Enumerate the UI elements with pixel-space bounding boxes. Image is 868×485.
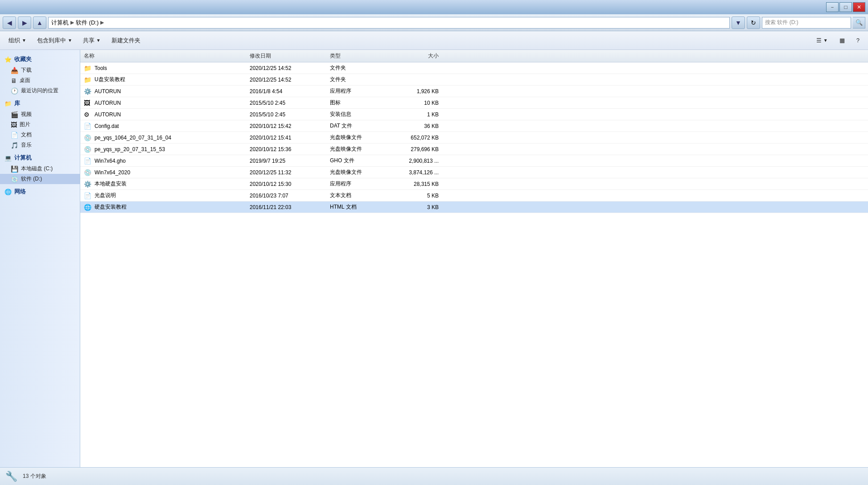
table-row[interactable]: 💿pe_yqs_1064_20_07_31_16_042020/10/12 15… (80, 132, 868, 144)
file-name-cell: ⚙AUTORUN (80, 111, 250, 118)
file-date-cell: 2020/12/25 14:52 (250, 77, 330, 83)
table-row[interactable]: 📁Tools2020/12/25 14:52文件夹 (80, 62, 868, 74)
file-type-icon: 📄 (84, 192, 92, 199)
breadcrumb-drive[interactable]: 软件 (D:) (76, 19, 99, 27)
new-folder-label: 新建文件夹 (111, 37, 140, 45)
col-date-header[interactable]: 修改日期 (250, 52, 330, 60)
table-row[interactable]: ⚙️本地硬盘安装2020/10/12 15:30应用程序28,315 KB (80, 178, 868, 190)
file-size-cell: 2,900,813 ... (392, 158, 446, 164)
file-date-cell: 2015/5/10 2:45 (250, 100, 330, 106)
file-size-cell: 652,072 KB (392, 135, 446, 141)
sidebar-item-local-c[interactable]: 💾 本地磁盘 (C:) (0, 164, 80, 174)
help-button[interactable]: ? (852, 33, 864, 48)
favorites-section: ⭐ 收藏夹 📥 下载 🖥 桌面 🕐 最近访问的位置 (0, 53, 80, 96)
minimize-button[interactable]: － (826, 2, 839, 12)
col-type-header[interactable]: 类型 (330, 52, 392, 60)
file-size-cell: 1 KB (392, 111, 446, 118)
sidebar: ⭐ 收藏夹 📥 下载 🖥 桌面 🕐 最近访问的位置 📁 库 🎬 (0, 50, 80, 467)
share-button[interactable]: 共享 ▼ (78, 33, 106, 48)
sidebar-item-video[interactable]: 🎬 视频 (0, 109, 80, 119)
file-name-cell: 📄Win7x64.gho (80, 157, 250, 164)
view-icon: ☰ (816, 37, 822, 44)
music-icon: 🎵 (11, 142, 18, 149)
share-label: 共享 (83, 37, 95, 45)
file-size-cell: 279,696 KB (392, 146, 446, 152)
video-icon: 🎬 (11, 111, 18, 118)
file-type-cell: 文件夹 (330, 64, 392, 72)
file-type-icon: 📁 (84, 76, 92, 83)
sidebar-item-recent[interactable]: 🕐 最近访问的位置 (0, 86, 80, 96)
table-row[interactable]: 🌐硬盘安装教程2016/11/21 22:03HTML 文档3 KB (80, 201, 868, 213)
breadcrumb-computer[interactable]: 计算机 (51, 19, 69, 27)
table-row[interactable]: ⚙️AUTORUN2016/1/8 4:54应用程序1,926 KB (80, 86, 868, 97)
favorites-header[interactable]: ⭐ 收藏夹 (0, 53, 80, 65)
table-row[interactable]: 🖼AUTORUN2015/5/10 2:45图标10 KB (80, 97, 868, 109)
file-date-cell: 2020/12/25 11:32 (250, 169, 330, 176)
network-icon: 🌐 (4, 189, 12, 195)
breadcrumb[interactable]: 计算机 ▶ 软件 (D:) ▶ (48, 17, 730, 29)
table-row[interactable]: ⚙AUTORUN2015/5/10 2:45安装信息1 KB (80, 109, 868, 120)
breadcrumb-dropdown[interactable]: ▼ (732, 16, 745, 29)
file-name: 本地硬盘安装 (95, 180, 127, 188)
table-row[interactable]: 💿Win7x64_20202020/12/25 11:32光盘映像文件3,874… (80, 167, 868, 178)
file-date-cell: 2020/10/12 15:41 (250, 135, 330, 141)
sidebar-item-doc[interactable]: 📄 文档 (0, 130, 80, 140)
recent-icon: 🕐 (11, 87, 18, 95)
new-folder-button[interactable]: 新建文件夹 (107, 33, 145, 48)
network-header[interactable]: 🌐 网络 (0, 186, 80, 197)
table-row[interactable]: 💿pe_yqs_xp_20_07_31_15_532020/10/12 15:3… (80, 144, 868, 155)
col-size-header[interactable]: 大小 (392, 52, 446, 60)
library-header[interactable]: 📁 库 (0, 98, 80, 109)
file-name-cell: 📄光盘说明 (80, 192, 250, 199)
music-label: 音乐 (21, 141, 32, 149)
image-label: 图片 (20, 121, 30, 128)
up-button[interactable]: ▲ (33, 16, 46, 29)
sidebar-item-music[interactable]: 🎵 音乐 (0, 140, 80, 150)
computer-header[interactable]: 💻 计算机 (0, 152, 80, 164)
view-button[interactable]: ☰ ▼ (811, 33, 833, 48)
file-name-cell: 💿pe_yqs_xp_20_07_31_15_53 (80, 146, 250, 153)
doc-label: 文档 (21, 131, 32, 139)
include-button[interactable]: 包含到库中 ▼ (32, 33, 77, 48)
file-name: Win7x64.gho (95, 158, 126, 164)
organize-dropdown-icon: ▼ (22, 38, 26, 43)
sidebar-item-download[interactable]: 📥 下载 (0, 65, 80, 75)
col-name-header[interactable]: 名称 (80, 52, 250, 60)
sidebar-item-desktop[interactable]: 🖥 桌面 (0, 75, 80, 86)
restore-button[interactable]: □ (839, 2, 852, 12)
forward-button[interactable]: ▶ (18, 16, 31, 29)
file-rows-container: 📁Tools2020/12/25 14:52文件夹📁U盘安装教程2020/12/… (80, 62, 868, 213)
table-row[interactable]: 📄Config.dat2020/10/12 15:42DAT 文件36 KB (80, 120, 868, 132)
layout-icon: ▦ (839, 37, 845, 44)
table-row[interactable]: 📄光盘说明2016/10/23 7:07文本文档5 KB (80, 190, 868, 201)
doc-icon: 📄 (11, 132, 18, 139)
organize-label: 组织 (8, 37, 20, 45)
refresh-button[interactable]: ↻ (747, 16, 760, 29)
file-date-cell: 2020/12/25 14:52 (250, 65, 330, 71)
computer-icon: 💻 (4, 155, 12, 161)
sidebar-item-software-d[interactable]: 💿 软件 (D:) (0, 174, 80, 184)
computer-label: 计算机 (14, 154, 32, 162)
include-dropdown-icon: ▼ (68, 38, 72, 43)
file-type-cell: 光盘映像文件 (330, 145, 392, 153)
software-d-label: 软件 (D:) (21, 175, 42, 183)
file-name: AUTORUN (95, 111, 121, 118)
file-name-cell: 📁U盘安装教程 (80, 76, 250, 83)
organize-button[interactable]: 组织 ▼ (4, 33, 31, 48)
layout-button[interactable]: ▦ (835, 33, 850, 48)
close-button[interactable]: ✕ (853, 2, 865, 12)
file-size-cell: 3 KB (392, 204, 446, 210)
table-row[interactable]: 📄Win7x64.gho2019/9/7 19:25GHO 文件2,900,81… (80, 155, 868, 167)
breadcrumb-arrow-2: ▶ (100, 20, 104, 25)
file-type-icon: 🖼 (84, 99, 92, 107)
file-name: Config.dat (95, 123, 119, 129)
sidebar-item-image[interactable]: 🖼 图片 (0, 119, 80, 130)
search-input[interactable]: 搜索 软件 (D:) (762, 17, 851, 29)
desktop-icon: 🖥 (11, 77, 17, 84)
file-name: Win7x64_2020 (95, 169, 130, 176)
back-button[interactable]: ◀ (3, 16, 16, 29)
search-button[interactable]: 🔍 (853, 17, 865, 29)
file-type-icon: 📁 (84, 65, 92, 72)
file-type-icon: ⚙️ (84, 88, 92, 95)
table-row[interactable]: 📁U盘安装教程2020/12/25 14:52文件夹 (80, 74, 868, 86)
